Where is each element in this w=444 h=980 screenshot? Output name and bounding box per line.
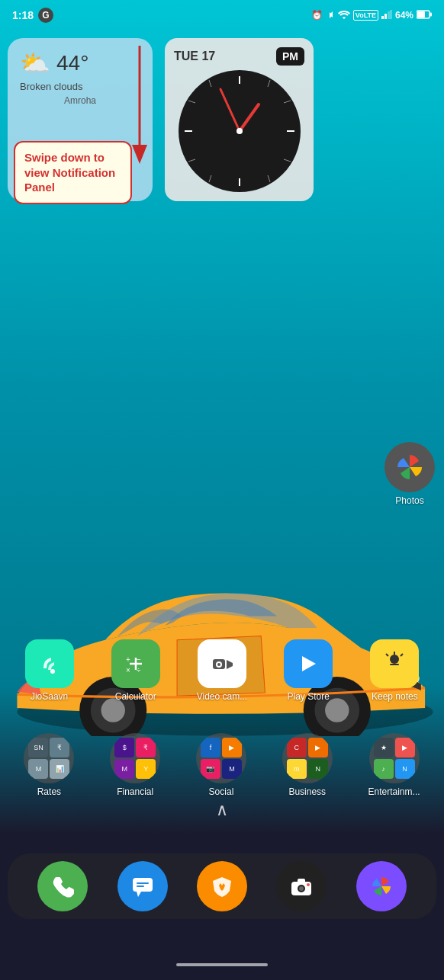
financial-sub4: Y [136,759,156,779]
svg-point-53 [299,886,304,891]
svg-rect-2 [388,11,390,19]
entertainment-folder-icon: ★ ▶ ♪ N [369,733,420,783]
business-sub4: N [308,759,328,779]
svg-line-13 [284,159,291,162]
svg-rect-0 [381,16,384,19]
home-indicator[interactable] [176,963,268,966]
status-bar: 1:18 G ⏰ VoLTE 64% [0,0,444,30]
rates-label: Rates [37,786,61,797]
business-folder-icon: C ▶ m N [282,733,333,783]
rates-folder-icon: SN ₹ M 📊 [24,733,74,783]
social-label: Social [209,786,234,797]
financial-label: Financial [117,786,153,797]
svg-point-55 [307,883,310,886]
dock-pinwheel[interactable] [356,861,407,911]
clock-header: TUE 17 PM [174,47,304,66]
svg-rect-49 [137,882,149,884]
financial-folder-icon: $ ₹ M Y [110,733,160,783]
entertainment-sub2: ▶ [395,738,415,757]
svg-line-20 [220,89,240,131]
playstore-icon [284,639,333,688]
folder-financial[interactable]: $ ₹ M Y Financial [110,733,160,797]
swipe-tooltip: Swipe down to view Notification Panel [14,141,132,204]
svg-line-15 [209,175,211,182]
dock-brave[interactable] [197,861,247,911]
wifi-icon [338,10,350,21]
social-folder-icon: f ▶ 📷 M [196,733,246,783]
svg-line-19 [240,104,259,131]
weather-cloud-icon: ⛅ [20,49,50,78]
svg-line-11 [268,80,270,87]
playstore-label: Play Store [287,691,329,702]
status-right: ⏰ VoLTE 64% [311,8,432,23]
app-jiosaavn[interactable]: JioSaavn [11,639,88,702]
social-sub4: M [222,759,242,779]
business-label: Business [288,786,326,797]
folder-business[interactable]: C ▶ m N Business [282,733,333,797]
svg-text:÷: ÷ [137,666,141,674]
svg-point-33 [50,669,55,674]
folder-rates[interactable]: SN ₹ M 📊 Rates [24,733,74,797]
folder-entertainment[interactable]: ★ ▶ ♪ N Entertainm... [368,733,420,797]
svg-marker-48 [137,892,141,897]
weather-condition: Broken clouds [20,81,140,92]
svg-point-30 [325,699,349,722]
app-calculator[interactable]: + − × ÷ Calculator [98,639,174,702]
svg-point-44 [217,663,220,666]
jiosaavn-label: JioSaavn [31,691,68,702]
battery-icon [417,10,432,21]
svg-marker-42 [227,660,233,669]
dock-messages[interactable] [117,861,168,911]
rates-sub4: 📊 [50,759,69,779]
photos-label: Photos [395,495,423,506]
status-left: 1:18 G [12,8,53,23]
financial-sub1: $ [114,738,134,757]
videocam-label: Video cam... [197,691,247,702]
swipe-tooltip-text: Swipe down to view Notification Panel [24,151,115,194]
financial-sub3: M [114,759,134,779]
entertainment-sub4: N [395,759,415,779]
swipe-up-indicator[interactable]: ∧ [216,800,228,820]
svg-line-17 [188,101,195,103]
folder-social[interactable]: f ▶ 📷 M Social [196,733,246,797]
svg-rect-6 [417,11,425,18]
clock-face [179,70,301,192]
clock-period: PM [276,47,304,66]
clock-date: TUE 17 [174,50,215,63]
svg-rect-5 [430,12,433,16]
rates-sub2: ₹ [50,738,69,757]
svg-rect-1 [384,14,387,19]
dock-phone[interactable] [37,861,88,911]
svg-rect-50 [137,886,144,887]
app-videocam[interactable]: Video cam... [184,639,260,702]
svg-rect-3 [390,10,392,19]
clock-widget[interactable]: TUE 17 PM [165,38,314,201]
svg-point-21 [236,128,243,134]
keepnotes-icon [370,639,419,688]
weather-city: Amroha [20,95,140,106]
svg-text:−: − [137,655,141,664]
dock-camera[interactable] [276,861,327,911]
weather-temperature: 44° [56,51,88,75]
app-keepnotes[interactable]: Keep notes [356,639,433,702]
svg-line-12 [284,101,291,103]
entertainment-sub3: ♪ [374,759,394,779]
signal-icon [381,10,392,21]
keepnotes-label: Keep notes [372,691,418,702]
google-icon: G [38,8,53,23]
business-sub1: C [287,738,307,757]
apps-row: JioSaavn + − × ÷ Calculator [0,639,444,702]
svg-point-27 [101,699,125,722]
calculator-label: Calculator [115,691,156,702]
entertainment-sub1: ★ [374,738,394,757]
jiosaavn-icon [25,639,74,688]
rates-sub3: M [28,759,48,779]
svg-rect-46 [390,664,399,665]
entertainment-label: Entertainm... [368,786,420,797]
photos-icon [384,442,435,492]
business-sub2: ▶ [308,738,328,757]
app-playstore[interactable]: Play Store [270,639,346,702]
weather-icon-row: ⛅ 44° [20,49,140,78]
dock [8,853,436,919]
photos-app[interactable]: Photos [384,442,435,506]
